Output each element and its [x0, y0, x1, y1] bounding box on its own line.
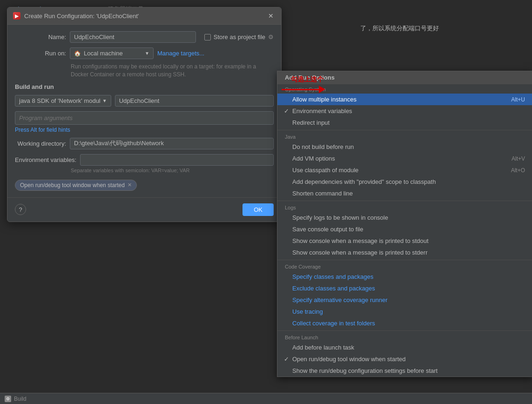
working-dir-label: Working directory:	[15, 140, 66, 147]
working-dir-row: Working directory:	[15, 138, 274, 149]
section-label-coverage: Code Coverage	[277, 262, 532, 271]
menu-item-use-tracing[interactable]: Use tracing	[277, 306, 532, 317]
name-row: Name: Store as project file ⚙	[15, 31, 274, 43]
menu-item-no-build[interactable]: Do not build before run	[277, 141, 532, 153]
menu-item-label: Show console when a message is printed t…	[292, 237, 429, 244]
menu-item-show-stderr[interactable]: Show console when a message is printed t…	[277, 247, 532, 258]
dialog-title: Create Run Configuration: 'UdpEchoClient…	[24, 13, 139, 20]
help-button[interactable]: ?	[15, 204, 26, 215]
tag-pill-container: Open run/debug tool window when started …	[15, 180, 274, 191]
sdk-value: java 8 SDK of 'Network' modul	[19, 97, 101, 104]
menu-item-label: Specify alternative coverage runner	[292, 296, 388, 303]
main-class-input[interactable]	[115, 95, 274, 107]
store-gear-icon[interactable]: ⚙	[268, 34, 274, 40]
name-label: Name:	[15, 34, 66, 40]
dialog-close-button[interactable]: ✕	[266, 11, 276, 20]
menu-item-shortcut: Alt+V	[512, 155, 525, 162]
dialog-footer: ? OK	[7, 197, 281, 222]
checkmark-icon-2: ✓	[284, 356, 289, 363]
menu-item-label: Add dependencies with "provided" scope t…	[292, 178, 436, 185]
menu-item-label: Add before launch task	[292, 344, 354, 351]
menu-item-label: Shorten command line	[292, 190, 353, 197]
context-menu: Add Run Options Operating System Allow m…	[277, 71, 532, 377]
menu-item-wrapper-open-debug: ✓ Open run/debug tool window when starte…	[277, 353, 532, 365]
run-on-label: Run on:	[15, 50, 66, 57]
menu-item-alt-runner[interactable]: Specify alternative coverage runner	[277, 294, 532, 306]
menu-item-label: Use classpath of module	[292, 167, 358, 174]
program-args-input[interactable]	[15, 111, 274, 125]
divider-4	[277, 330, 532, 331]
dropdown-arrow-icon: ▼	[145, 51, 149, 56]
menu-item-show-stdout[interactable]: Show console when a message is printed t…	[277, 235, 532, 247]
menu-item-label: Specify logs to be shown in console	[292, 214, 388, 221]
context-menu-header: Add Run Options	[277, 71, 532, 84]
section-label-java: Java	[277, 132, 532, 141]
menu-item-specify-classes[interactable]: Specify classes and packages	[277, 271, 532, 283]
run-on-dropdown[interactable]: 🏠 Local machine ▼	[70, 47, 154, 59]
sdk-dropdown-arrow-icon: ▼	[102, 98, 107, 103]
menu-item-add-before-launch[interactable]: Add before launch task	[277, 342, 532, 353]
menu-item-shortcut: Alt+O	[511, 167, 525, 174]
env-vars-row: Environment variables:	[15, 154, 274, 166]
tag-label: Open run/debug tool window when started	[20, 182, 125, 189]
menu-item-classpath-module[interactable]: Use classpath of module Alt+O	[277, 164, 532, 176]
run-on-row: Run on: 🏠 Local machine ▼ Manage targets…	[15, 47, 274, 59]
menu-item-shortcut: Alt+U	[511, 96, 525, 103]
menu-item-redirect-input[interactable]: Redirect input	[277, 117, 532, 128]
env-vars-label: Environment variables:	[15, 156, 76, 163]
press-alt-hint: Press Alt for field hints	[15, 127, 274, 133]
menu-item-label: Open run/debug tool window when started	[292, 356, 406, 363]
menu-item-open-debug-window[interactable]: ✓ Open run/debug tool window when starte…	[277, 353, 532, 365]
menu-item-shorten-cmdline[interactable]: Shorten command line	[277, 188, 532, 199]
section-label-logs: Logs	[277, 202, 532, 212]
dialog-body: Name: Store as project file ⚙ Run on: 🏠 …	[7, 25, 281, 197]
divider-1	[277, 130, 532, 130]
menu-item-label: Specify classes and packages	[292, 273, 373, 280]
sdk-dropdown[interactable]: java 8 SDK of 'Network' modul ▼	[15, 95, 111, 107]
run-on-value: Local machine	[84, 50, 123, 57]
checkmark-icon: ✓	[284, 108, 289, 114]
dialog-titlebar: ▶ Create Run Configuration: 'UdpEchoClie…	[7, 7, 281, 25]
menu-item-add-deps[interactable]: Add dependencies with "provided" scope t…	[277, 176, 532, 188]
menu-item-label: Add VM options	[292, 155, 335, 162]
section-label-before-launch: Before Launch	[277, 332, 532, 342]
menu-item-specify-logs[interactable]: Specify logs to be shown in console	[277, 212, 532, 223]
menu-item-label: Show the run/debug configuration setting…	[292, 367, 438, 374]
menu-item-label: Allow multiple instances	[292, 96, 357, 103]
menu-item-add-vm[interactable]: Add VM options Alt+V	[277, 153, 532, 164]
menu-item-label: Environment variables	[292, 108, 352, 114]
env-vars-input[interactable]	[80, 154, 274, 166]
home-icon: 🏠	[74, 50, 81, 57]
name-input[interactable]	[70, 31, 196, 43]
menu-item-label: Do not build before run	[292, 143, 354, 150]
divider-3	[277, 260, 532, 260]
menu-item-exclude-classes[interactable]: Exclude classes and packages	[277, 283, 532, 294]
run-config-dialog: ▶ Create Run Configuration: 'UdpEchoClie…	[7, 7, 282, 222]
titlebar-left: ▶ Create Run Configuration: 'UdpEchoClie…	[13, 12, 139, 20]
tag-close-button[interactable]: ✕	[128, 182, 132, 188]
env-hint: Separate variables with semicolon: VAR=v…	[71, 168, 274, 173]
menu-item-collect-coverage[interactable]: Collect coverage in test folders	[277, 317, 532, 329]
store-project-checkbox[interactable]	[204, 34, 211, 40]
divider-2	[277, 201, 532, 201]
open-debug-tag: Open run/debug tool window when started …	[15, 180, 137, 191]
menu-item-allow-multiple[interactable]: Allow multiple instances Alt+U	[277, 94, 532, 105]
status-bar: ⚙ Build	[0, 393, 532, 404]
dialog-app-icon: ▶	[13, 12, 20, 20]
menu-item-env-vars[interactable]: ✓ Environment variables	[277, 105, 532, 117]
menu-item-label: Collect coverage in test folders	[292, 320, 375, 327]
build-run-section-title: Build and run	[15, 83, 274, 90]
store-project-label: Store as project file	[214, 34, 265, 40]
build-icon: ⚙	[5, 396, 11, 402]
working-dir-input[interactable]	[70, 138, 274, 149]
manage-targets-link[interactable]: Manage targets...	[157, 50, 204, 57]
menu-item-show-settings[interactable]: Show the run/debug configuration setting…	[277, 365, 532, 377]
build-run-row: java 8 SDK of 'Network' modul ▼	[15, 95, 274, 107]
ok-button[interactable]: OK	[242, 203, 274, 216]
bg-annotation-text: 了，所以系统分配端口号更好	[360, 24, 439, 33]
menu-item-label: Redirect input	[292, 119, 330, 126]
menu-item-label: Exclude classes and packages	[292, 285, 375, 292]
menu-item-save-console[interactable]: Save console output to file	[277, 223, 532, 235]
menu-item-label: Use tracing	[292, 308, 323, 315]
run-on-hint: Run configurations may be executed local…	[71, 63, 274, 79]
